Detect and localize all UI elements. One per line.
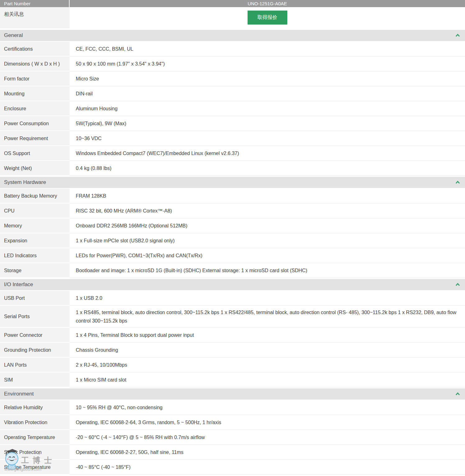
spec-value: RISC 32 bit, 600 MHz (ARM® Cortex™-A8)	[70, 204, 465, 218]
spec-value: 1 x Full-size mPCIe slot (USB2.0 signal …	[70, 233, 465, 248]
table-row: Power Connector 1 x 4 Pins, Terminal Blo…	[0, 328, 465, 343]
spec-value: 10~36 VDC	[70, 131, 465, 146]
spec-value: -20 ~ 60°C (-4 ~ 140°F) @ 5 ~ 85% RH wit…	[70, 430, 465, 445]
spec-label: Power Consumption	[0, 116, 70, 131]
spec-value: 2 x RJ-45, 10/100Mbps	[70, 358, 465, 373]
section-title: I/O Interface	[4, 281, 33, 288]
spec-value: 1 x Micro SIM card slot	[70, 373, 465, 387]
table-row: Serial Ports 1 x RS485, terminal block, …	[0, 306, 465, 328]
table-row: Relative Humidity 10 ~ 95% RH @ 40°C, no…	[0, 400, 465, 415]
section-header-environment[interactable]: Environment	[0, 388, 465, 400]
section-title: System Hardware	[4, 179, 46, 185]
spec-label: Power Connector	[0, 328, 70, 343]
spec-value: 0.4 kg (0.88 lbs)	[70, 161, 465, 176]
spec-value: Operating, IEC 60068-2-27, 50G, half sin…	[70, 445, 465, 460]
chevron-up-icon[interactable]	[455, 392, 460, 396]
table-row: Power Requirement 10~36 VDC	[0, 131, 465, 146]
spec-value: Micro Size	[70, 71, 465, 86]
spec-value: Chassis Grounding	[70, 343, 465, 358]
table-row: Vibration Protection Operating, IEC 6006…	[0, 415, 465, 430]
spec-label: Serial Ports	[0, 306, 70, 328]
spec-label: Grounding Protection	[0, 343, 70, 358]
table-row: CPU RISC 32 bit, 600 MHz (ARM® Cortex™-A…	[0, 204, 465, 218]
spec-label: LED Indicators	[0, 248, 70, 263]
spec-label: Shock Protection	[0, 445, 70, 460]
table-row: Enclosure Aluminum Housing	[0, 101, 465, 116]
spec-label: LAN Ports	[0, 358, 70, 373]
related-info-row: 相关讯息 取得报价	[0, 7, 465, 28]
spec-value: 10 ~ 95% RH @ 40°C, non-condensing	[70, 400, 465, 415]
chevron-up-icon[interactable]	[455, 283, 460, 286]
spec-value: 5W(Typical), 9W (Max)	[70, 116, 465, 131]
table-row: Shock Protection Operating, IEC 60068-2-…	[0, 445, 465, 460]
table-row: Battery Backup Memory FRAM 128KB	[0, 189, 465, 204]
spec-value: Windows Embedded Compact7 (WEC7)/Embedde…	[70, 146, 465, 161]
spec-label: USB Port	[0, 291, 70, 306]
table-row: Certifications CE, FCC, CCC, BSMI, UL	[0, 42, 465, 57]
related-info-cell: 取得报价	[70, 7, 465, 28]
spec-value: Aluminum Housing	[70, 101, 465, 116]
spec-value: FRAM 128KB	[70, 189, 465, 204]
table-row: LED Indicators LEDs for Power(PWR), COM1…	[0, 248, 465, 263]
spec-label: Relative Humidity	[0, 400, 70, 415]
part-number-band: Part Number UNO-1251G-A0AE	[0, 0, 465, 7]
spec-label: Power Requirement	[0, 131, 70, 146]
spec-label: Vibration Protection	[0, 415, 70, 430]
spec-value: DIN-rail	[70, 86, 465, 101]
spec-value: LEDs for Power(PWR), COM1~3(Tx/Rx) and C…	[70, 248, 465, 263]
spec-value: -40 ~ 85°C (-40 ~ 185°F)	[70, 460, 465, 475]
table-row: Power Consumption 5W(Typical), 9W (Max)	[0, 116, 465, 131]
section-title: General	[4, 32, 23, 39]
spec-label: Enclosure	[0, 101, 70, 116]
table-row: Expansion 1 x Full-size mPCIe slot (USB2…	[0, 233, 465, 248]
table-row: SIM 1 x Micro SIM card slot	[0, 373, 465, 387]
spec-value: 1 x RS485, terminal block, auto directio…	[70, 306, 465, 328]
table-row: USB Port 1 x USB 2.0	[0, 291, 465, 306]
spec-label: SIM	[0, 373, 70, 387]
spec-label: OS Support	[0, 146, 70, 161]
table-row: Grounding Protection Chassis Grounding	[0, 343, 465, 358]
spec-label: Storage Temperature	[0, 460, 70, 475]
table-row: LAN Ports 2 x RJ-45, 10/100Mbps	[0, 358, 465, 373]
spec-label: Battery Backup Memory	[0, 189, 70, 204]
part-number-value: UNO-1251G-A0AE	[70, 0, 465, 7]
spec-label: Expansion	[0, 233, 70, 248]
spec-label: Memory	[0, 218, 70, 233]
chevron-up-icon[interactable]	[455, 34, 460, 37]
table-row: Operating Temperature -20 ~ 60°C (-4 ~ 1…	[0, 430, 465, 445]
table-row: Storage Bootloader and image: 1 x microS…	[0, 263, 465, 278]
table-row: Form factor Micro Size	[0, 71, 465, 86]
chevron-up-icon[interactable]	[455, 181, 460, 184]
get-quote-button[interactable]: 取得报价	[248, 11, 287, 25]
spec-label: CPU	[0, 204, 70, 218]
spec-value: Onboard DDR2 256MB 166MHz (Optional 512M…	[70, 218, 465, 233]
related-info-label: 相关讯息	[0, 7, 70, 28]
spec-label: Dimensions ( W x D x H )	[0, 57, 70, 71]
table-row: Storage Temperature -40 ~ 85°C (-40 ~ 18…	[0, 460, 465, 475]
spec-value: Bootloader and image: 1 x microSD 1G (Bu…	[70, 263, 465, 278]
spec-label: Operating Temperature	[0, 430, 70, 445]
section-title: Environment	[4, 391, 34, 397]
section-header-general[interactable]: General	[0, 30, 465, 41]
spec-value: Operating, IEC 60068-2-64, 3 Grms, rando…	[70, 415, 465, 430]
spec-label: Mounting	[0, 86, 70, 101]
spec-value: 50 x 90 x 100 mm (1.97" x 3.54" x 3.94")	[70, 57, 465, 71]
table-row: OS Support Windows Embedded Compact7 (WE…	[0, 146, 465, 161]
section-header-io-interface[interactable]: I/O Interface	[0, 279, 465, 290]
spec-value: 1 x 4 Pins, Terminal Block to support du…	[70, 328, 465, 343]
part-number-label: Part Number	[0, 0, 70, 7]
spec-label: Storage	[0, 263, 70, 278]
table-row: Mounting DIN-rail	[0, 86, 465, 101]
spec-value: CE, FCC, CCC, BSMI, UL	[70, 42, 465, 57]
table-row: Weight (Net) 0.4 kg (0.88 lbs)	[0, 161, 465, 176]
spec-value: 1 x USB 2.0	[70, 291, 465, 306]
spec-label: Form factor	[0, 71, 70, 86]
table-row: Dimensions ( W x D x H ) 50 x 90 x 100 m…	[0, 57, 465, 71]
section-header-system-hardware[interactable]: System Hardware	[0, 177, 465, 188]
spec-label: Certifications	[0, 42, 70, 57]
table-row: Memory Onboard DDR2 256MB 166MHz (Option…	[0, 218, 465, 233]
spec-table: Part Number UNO-1251G-A0AE 相关讯息 取得报价 Gen…	[0, 0, 465, 475]
spec-label: Weight (Net)	[0, 161, 70, 176]
